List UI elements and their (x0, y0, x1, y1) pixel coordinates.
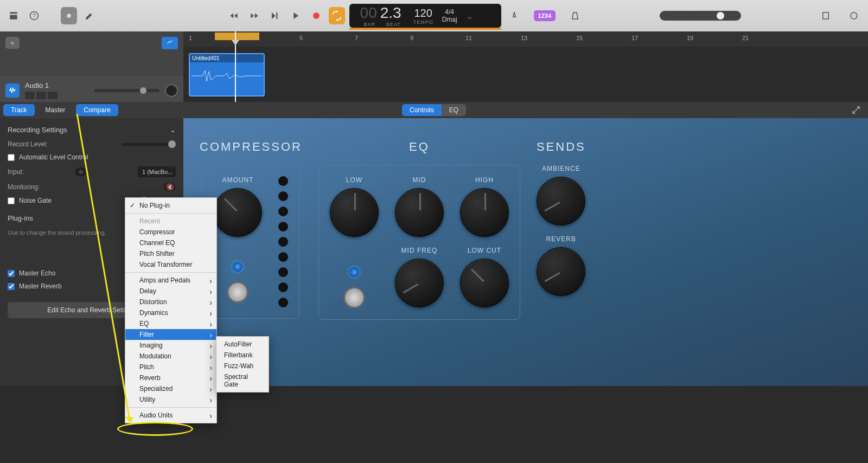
sends-ambience-knob[interactable] (537, 177, 585, 226)
submenu-spectral-gate[interactable]: Spectral Gate (216, 371, 269, 390)
sends-reverb-knob[interactable] (537, 247, 585, 296)
audio-track-icon (5, 83, 20, 98)
master-volume-slider[interactable] (660, 11, 741, 21)
menu-recent-compressor[interactable]: Compressor (125, 227, 216, 237)
help-icon[interactable]: ? (26, 7, 42, 24)
track-row[interactable]: Audio 1 (0, 76, 183, 105)
key-value[interactable]: Dmaj (442, 16, 457, 23)
ruler-mark: 11 (465, 35, 472, 41)
tab-track[interactable]: Track (3, 104, 35, 116)
filter-submenu[interactable]: AutoFilter Filterbank Fuzz-Wah Spectral … (216, 336, 269, 393)
noise-gate-checkbox[interactable] (8, 197, 15, 204)
submenu-filterbank[interactable]: Filterbank (216, 350, 269, 361)
ruler-mark: 19 (687, 35, 693, 41)
annotation-ellipse (117, 422, 193, 436)
smart-controls-panel: COMPRESSOR AMOUNT EQ (183, 118, 868, 386)
menu-modulation[interactable]: Modulation (125, 351, 216, 362)
plugin-menu[interactable]: No Plug-in Recent Compressor Channel EQ … (125, 197, 217, 423)
metronome-icon[interactable] (566, 7, 584, 24)
menu-distortion[interactable]: Distortion (125, 297, 216, 307)
edit-icon[interactable] (81, 7, 98, 24)
smart-controls-tabs: Track Master Compare Controls EQ (0, 102, 868, 118)
play-icon[interactable] (288, 7, 304, 24)
cycle-icon[interactable] (329, 7, 345, 24)
track-area: + Audio 1 13579111315171921 Untitled#01 (0, 31, 868, 102)
notepad-icon[interactable] (817, 7, 834, 24)
tool-mode-icon[interactable] (61, 7, 77, 24)
input-monitor-button[interactable] (48, 92, 58, 99)
eq-midfreq-knob[interactable] (395, 259, 444, 307)
mute-button[interactable] (25, 92, 35, 99)
expand-icon[interactable] (847, 101, 865, 119)
eq-high-knob[interactable] (460, 188, 509, 237)
menu-delay[interactable]: Delay (125, 286, 216, 297)
svg-point-3 (313, 12, 320, 19)
eq-mid-knob[interactable] (395, 188, 444, 237)
compressor-amount-knob[interactable] (213, 188, 262, 237)
eq-low-knob[interactable] (330, 188, 379, 237)
menu-pitch[interactable]: Pitch (125, 362, 216, 372)
menu-amps-pedals[interactable]: Amps and Pedals (125, 275, 216, 286)
tuner-icon[interactable] (506, 7, 523, 24)
input-mono-icon[interactable]: ○ (75, 168, 87, 176)
menu-reverb[interactable]: Reverb (125, 372, 216, 383)
menu-specialized[interactable]: Specialized (125, 383, 216, 394)
timeline[interactable]: 13579111315171921 Untitled#01 (183, 31, 868, 102)
record-level-slider[interactable] (122, 143, 176, 146)
recording-settings-header[interactable]: Recording Settings⌄ (8, 126, 176, 134)
auto-level-label: Automatic Level Control (19, 153, 88, 161)
menu-eq[interactable]: EQ (125, 318, 216, 329)
tempo-value[interactable]: 120 (414, 7, 432, 20)
stop-icon[interactable] (267, 7, 283, 24)
rewind-icon[interactable] (226, 7, 242, 24)
menu-audio-units[interactable]: Audio Units (125, 410, 216, 421)
svg-point-2 (67, 14, 72, 18)
eq-switch[interactable] (343, 287, 365, 308)
menu-recent-pitch-shifter[interactable]: Pitch Shifter (125, 248, 216, 259)
master-echo-checkbox[interactable] (8, 270, 15, 277)
add-track-button[interactable]: + (5, 37, 20, 49)
compressor-switch[interactable] (227, 281, 248, 303)
monitoring-toggle[interactable]: 🔇 (164, 183, 176, 191)
ruler-mark: 17 (631, 35, 638, 41)
solo-button[interactable] (36, 92, 46, 99)
track-pan-knob[interactable] (165, 84, 178, 97)
top-toolbar: ? 002.3 BARBEAT 120 TEMPO 4/4 Dmaj ⌄ 123… (0, 0, 868, 31)
svg-point-5 (851, 12, 857, 19)
tab-master[interactable]: Master (38, 104, 73, 116)
cycle-range[interactable] (215, 33, 259, 40)
input-label: Input: (8, 168, 24, 176)
menu-no-plugin[interactable]: No Plug-in (125, 200, 216, 211)
timesig-value[interactable]: 4/4 (445, 8, 454, 16)
tab-compare[interactable]: Compare (76, 104, 118, 116)
menu-imaging[interactable]: Imaging (125, 340, 216, 351)
master-reverb-checkbox[interactable] (8, 283, 15, 290)
automation-button[interactable] (162, 37, 178, 49)
menu-recent-vocal-transformer[interactable]: Vocal Transformer (125, 259, 216, 270)
compressor-meter (278, 176, 288, 307)
track-volume-slider[interactable] (94, 89, 159, 92)
eq-lowcut-knob[interactable] (460, 259, 509, 307)
forward-icon[interactable] (246, 7, 263, 24)
submenu-autofilter[interactable]: AutoFilter (216, 339, 269, 350)
ruler-mark: 21 (742, 35, 749, 41)
library-icon[interactable] (5, 7, 22, 24)
ruler[interactable]: 13579111315171921 (183, 31, 868, 47)
menu-filter[interactable]: Filter (125, 329, 216, 340)
tab-controls[interactable]: Controls (402, 104, 442, 116)
lcd-display[interactable]: 002.3 BARBEAT 120 TEMPO 4/4 Dmaj ⌄ (349, 4, 501, 28)
auto-level-checkbox[interactable] (8, 154, 15, 161)
record-icon[interactable] (308, 7, 324, 24)
menu-recent-channel-eq[interactable]: Channel EQ (125, 237, 216, 248)
menu-utility[interactable]: Utility (125, 394, 216, 405)
playhead[interactable] (235, 31, 236, 102)
tab-eq[interactable]: EQ (442, 104, 466, 116)
input-select[interactable]: 1 (MacBo... (138, 166, 176, 177)
audio-region[interactable]: Untitled#01 (189, 53, 265, 97)
bars-value: 00 (360, 4, 377, 21)
loops-icon[interactable] (845, 7, 863, 24)
menu-dynamics[interactable]: Dynamics (125, 307, 216, 318)
submenu-fuzz-wah[interactable]: Fuzz-Wah (216, 361, 269, 371)
master-reverb-label: Master Reverb (19, 282, 62, 290)
count-in-chip[interactable]: 1234 (534, 10, 556, 21)
